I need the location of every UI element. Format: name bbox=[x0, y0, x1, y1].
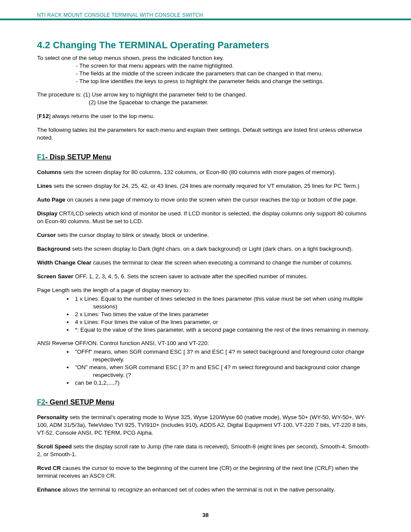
desc: on causes a new page of memory to move o… bbox=[65, 196, 357, 203]
procedure-line-2: (2) Use the Spacebar to change the param… bbox=[37, 99, 374, 106]
f12-key: F12 bbox=[39, 113, 49, 120]
desc: sets the length of a page of display mem… bbox=[69, 287, 190, 293]
procedure-line-1: The procedure is: (1) Use arrow key to h… bbox=[37, 91, 374, 99]
intro-item: - The screen for that menu appears with … bbox=[76, 62, 374, 70]
list-item: 4 x Lines: Four times the value of the l… bbox=[73, 318, 374, 326]
f12-note: [F12] always returns the user to the top… bbox=[37, 112, 374, 121]
desc: OFF/ON. Control function ANSI, VT-100 an… bbox=[73, 340, 209, 346]
li-wrap: respectively. (? bbox=[75, 371, 374, 379]
intro-item: - The top line identifies the keys to pr… bbox=[76, 78, 374, 85]
term: Background bbox=[37, 246, 71, 252]
list-item: can be 0,1,2,...,7) bbox=[73, 379, 374, 387]
term: ANSI Reverse bbox=[37, 340, 73, 346]
desc: sets the display scroll rate to Jump (th… bbox=[37, 443, 370, 457]
param-enhance: Enhance allows the terminal to recognize… bbox=[37, 486, 374, 494]
param-lines: Lines sets the screen display for 24, 25… bbox=[37, 182, 374, 190]
following-note: The following tables list the parameters… bbox=[37, 126, 374, 142]
term: Columns bbox=[37, 169, 62, 175]
term: Enhance bbox=[37, 486, 61, 493]
term: Display bbox=[37, 210, 57, 217]
param-autopage: Auto Page on causes a new page of memory… bbox=[37, 196, 374, 204]
f1-heading: F1- Disp SETUP Menu bbox=[37, 152, 374, 162]
param-pagelength: Page Length sets the length of a page of… bbox=[37, 286, 374, 294]
param-rcvdcr: Rcvd CR causes the cursor to move to the… bbox=[37, 464, 374, 480]
li-text: 4 x Lines: Four times the value of the l… bbox=[75, 319, 218, 325]
param-ansireverse: ANSI Reverse OFF/ON. Control function AN… bbox=[37, 339, 374, 347]
param-widthchangeclear: Width Change Clear causes the terminal t… bbox=[37, 259, 374, 267]
f2-title-text: - Genrl SETUP Menu bbox=[45, 398, 114, 406]
term: Scroll Speed bbox=[37, 443, 72, 450]
param-cursor: Cursor sets the cursor display to blink … bbox=[37, 231, 374, 239]
param-scrollspeed: Scroll Speed sets the display scroll rat… bbox=[37, 443, 374, 458]
list-item: "OFFf" means, when SGR command ESC [ 3? … bbox=[73, 348, 374, 364]
pagelength-list: 1 x Lines: Equal to the number of lines … bbox=[37, 295, 374, 334]
page: NTI RACK MOUNT CONSOLE TERMINAL WITH CON… bbox=[0, 0, 411, 532]
li-text: *: Equal to the value of the lines param… bbox=[75, 327, 369, 333]
param-background: Background sets the screen display to Da… bbox=[37, 245, 374, 253]
term: Page Length bbox=[37, 287, 69, 293]
list-item: 2 x Lines: Two times the value of the li… bbox=[73, 311, 374, 318]
li-text: 2 x Lines: Two times the value of the li… bbox=[75, 311, 209, 317]
list-item: "ON" means, when SGR command ESC [ 3? m … bbox=[73, 364, 374, 379]
page-number: 38 bbox=[0, 512, 411, 518]
term: Personality bbox=[37, 414, 68, 420]
desc: sets the terminal's operating mode to Wy… bbox=[37, 414, 367, 436]
desc: causes the terminal to clear the screen … bbox=[91, 259, 352, 266]
list-item: 1 x Lines: Equal to the number of lines … bbox=[73, 295, 374, 311]
li-wrap: respectively. bbox=[75, 356, 374, 364]
content-area: 4.2 Changing The TERMINAL Operating Para… bbox=[37, 39, 374, 500]
desc: allows the terminal to recognize an enha… bbox=[61, 486, 335, 493]
li-text: "ON" means, when SGR command ESC [ 3? m … bbox=[75, 364, 360, 370]
term: Cursor bbox=[37, 232, 56, 238]
term: Screen Saver bbox=[37, 273, 73, 280]
intro-dash-list: - The screen for that menu appears with … bbox=[37, 62, 374, 85]
list-item: *: Equal to the value of the lines param… bbox=[73, 326, 374, 334]
li-text: can be 0,1,2,...,7) bbox=[75, 380, 120, 386]
header-divider bbox=[0, 19, 411, 20]
f1-key-label: F1 bbox=[37, 153, 45, 161]
term: Width Change Clear bbox=[37, 259, 91, 266]
desc: causes the cursor to move to the beginni… bbox=[37, 465, 358, 479]
intro-lead: To select one of the setup menus shown, … bbox=[37, 54, 374, 62]
section-title: 4.2 Changing The TERMINAL Operating Para… bbox=[37, 39, 374, 52]
param-columns: Columns sets the screen display for 80 c… bbox=[37, 168, 374, 176]
f2-key-label: F2 bbox=[37, 398, 45, 406]
li-text: 1 x Lines: Equal to the number of lines … bbox=[75, 296, 363, 302]
header-title: NTI RACK MOUNT CONSOLE TERMINAL WITH CON… bbox=[37, 12, 203, 18]
term: Lines bbox=[37, 183, 52, 189]
ansi-list: "OFFf" means, when SGR command ESC [ 3? … bbox=[37, 348, 374, 387]
param-display: Display CRT/LCD selects which kind of mo… bbox=[37, 210, 374, 225]
li-wrap: sessions) bbox=[75, 303, 374, 311]
intro-block: To select one of the setup menus shown, … bbox=[37, 54, 374, 85]
intro-item: - The fields at the middle of the screen… bbox=[76, 70, 374, 78]
desc: sets the screen display for 80 columns, … bbox=[62, 169, 336, 175]
desc: OFF, 1, 2, 3, 4, 5, 6. Sets the screen s… bbox=[73, 273, 308, 280]
procedure-block: The procedure is: (1) Use arrow key to h… bbox=[37, 91, 374, 106]
param-personality: Personality sets the terminal's operatin… bbox=[37, 414, 374, 437]
li-text: "OFFf" means, when SGR command ESC [ 3? … bbox=[75, 348, 364, 355]
f2-heading: F2- Genrl SETUP Menu bbox=[37, 397, 374, 407]
desc: sets the screen display for 24, 25, 42, … bbox=[52, 183, 359, 189]
desc: sets the screen display to Dark (light c… bbox=[71, 246, 353, 252]
desc: CRT/LCD selects which kind of monitor be… bbox=[37, 210, 367, 224]
term: Auto Page bbox=[37, 196, 65, 203]
desc: sets the cursor display to blink or stea… bbox=[56, 232, 209, 238]
f12-rest: ] always returns the user to the top men… bbox=[49, 113, 155, 119]
term: Rcvd CR bbox=[37, 465, 61, 471]
f1-title-text: - Disp SETUP Menu bbox=[45, 153, 111, 161]
param-screensaver: Screen Saver OFF, 1, 2, 3, 4, 5, 6. Sets… bbox=[37, 273, 374, 280]
